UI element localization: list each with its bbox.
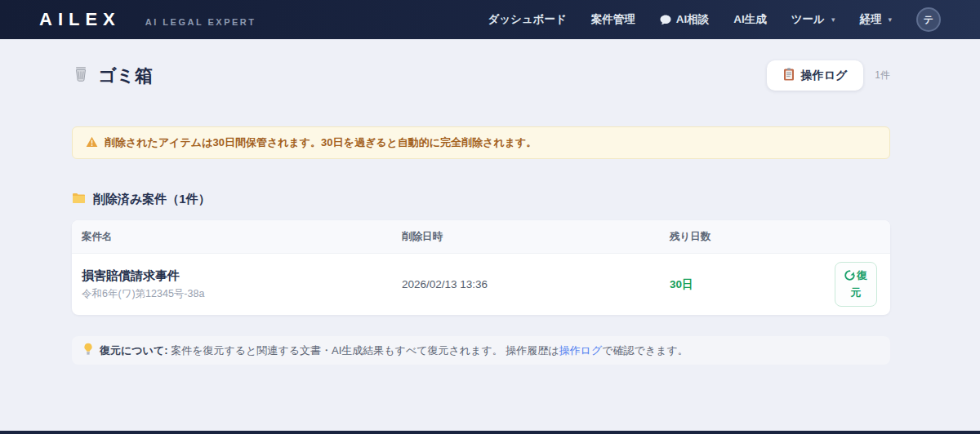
main-nav: ダッシュボード 案件管理 AI相談 AI生成 ツール▾ 経理▾ テ <box>488 7 941 32</box>
deleted-at: 2026/02/13 13:36 <box>402 278 670 290</box>
folder-icon <box>72 193 86 206</box>
nav-item-case-management[interactable]: 案件管理 <box>591 12 635 27</box>
column-header-days-left: 残り日数 <box>670 230 822 244</box>
column-header-deleted-at: 削除日時 <box>402 230 670 244</box>
days-left: 30日 <box>670 277 822 292</box>
trash-icon <box>72 64 90 87</box>
restore-info-bar: 復元について: 案件を復元すると関連する文書・AI生成結果もすべて復元されます。… <box>72 336 890 365</box>
deleted-cases-table: 案件名 削除日時 残り日数 損害賠償請求事件 令和6年(ワ)第12345号-38… <box>72 220 890 315</box>
page-actions: 操作ログ 1件 <box>767 60 890 91</box>
deleted-cases-heading: 削除済み案件（1件） <box>72 192 890 207</box>
brand-tagline: AI LEGAL EXPERT <box>145 17 256 27</box>
tip-text: 復元について: 案件を復元すると関連する文書・AI生成結果もすべて復元されます。… <box>100 343 688 358</box>
case-number: 令和6年(ワ)第12345号-38a <box>82 287 402 301</box>
recycle-icon <box>844 269 857 281</box>
nav-item-ai-generate[interactable]: AI生成 <box>733 12 767 27</box>
nav-item-dashboard[interactable]: ダッシュボード <box>488 12 566 27</box>
tip-title: 復元について: <box>100 344 168 356</box>
brand: AILEX AI LEGAL EXPERT <box>39 9 256 30</box>
nav-item-tools[interactable]: ツール▾ <box>791 12 835 27</box>
nav-item-ai-consult[interactable]: AI相談 <box>660 12 710 27</box>
user-avatar[interactable]: テ <box>916 7 941 32</box>
clipboard-icon <box>783 68 795 83</box>
nav-item-accounting[interactable]: 経理▾ <box>859 12 892 27</box>
brand-logo: AILEX <box>39 9 121 30</box>
retention-warning-banner: 削除されたアイテムは30日間保管されます。30日を過ぎると自動的に完全削除されま… <box>72 126 890 159</box>
action-log-link[interactable]: 操作ログ <box>559 344 603 356</box>
lightbulb-icon <box>83 343 93 358</box>
chat-bubble-icon <box>660 15 671 25</box>
warning-text: 削除されたアイテムは30日間保管されます。30日を過ぎると自動的に完全削除されま… <box>105 135 537 150</box>
case-name-cell: 損害賠償請求事件 令和6年(ワ)第12345号-38a <box>82 268 402 301</box>
top-navbar: AILEX AI LEGAL EXPERT ダッシュボード 案件管理 AI相談 … <box>0 0 980 39</box>
chevron-down-icon: ▾ <box>888 16 892 24</box>
table-row: 損害賠償請求事件 令和6年(ワ)第12345号-38a 2026/02/13 1… <box>72 253 890 315</box>
item-count-badge: 1件 <box>875 69 890 82</box>
warning-triangle-icon <box>86 136 98 150</box>
page-title: ゴミ箱 <box>72 64 153 88</box>
restore-button[interactable]: 復元 <box>835 262 877 306</box>
column-header-case-name: 案件名 <box>82 230 402 244</box>
page-header: ゴミ箱 操作ログ 1件 <box>72 60 890 91</box>
table-header-row: 案件名 削除日時 残り日数 <box>72 220 890 253</box>
case-name: 損害賠償請求事件 <box>82 268 402 284</box>
chevron-down-icon: ▾ <box>831 16 835 24</box>
main-content: ゴミ箱 操作ログ 1件 <box>72 60 890 365</box>
action-log-button[interactable]: 操作ログ <box>767 60 864 91</box>
bottom-edge-bar <box>0 431 980 434</box>
